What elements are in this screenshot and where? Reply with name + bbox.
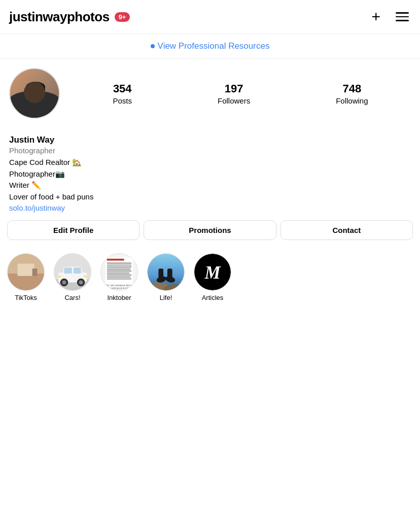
highlight-inktober[interactable]: So I am someone who is not exactly good … — [100, 253, 138, 301]
svg-rect-30 — [58, 276, 61, 278]
add-button[interactable]: + — [369, 7, 382, 26]
stats-row: 354 Posts 197 Followers 748 Following — [70, 82, 411, 105]
avatar-svg — [10, 69, 59, 118]
svg-rect-38 — [107, 270, 132, 272]
highlight-label-articles: Articles — [202, 294, 224, 301]
app-header: justinwayphotos 9+ + — [0, 0, 420, 34]
highlight-circle-cars — [54, 253, 91, 291]
svg-text:not exactly good at inking...: not exactly good at inking... — [106, 287, 133, 289]
svg-point-28 — [79, 281, 83, 285]
svg-rect-9 — [36, 94, 42, 98]
svg-text:M: M — [204, 263, 221, 283]
svg-rect-36 — [107, 266, 132, 267]
svg-point-26 — [62, 281, 66, 285]
menu-button[interactable] — [394, 10, 411, 23]
profile-top: 354 Posts 197 Followers 748 Following — [9, 68, 411, 119]
promo-banner: View Professional Resources — [0, 34, 420, 59]
highlight-label-inktober: Inktober — [108, 294, 131, 301]
hamburger-icon — [396, 12, 409, 21]
profile-section: 354 Posts 197 Followers 748 Following — [0, 59, 420, 135]
highlight-circle-life — [147, 253, 185, 291]
followers-count: 197 — [225, 82, 243, 95]
svg-rect-16 — [8, 274, 44, 290]
following-count: 748 — [342, 82, 361, 95]
life-thumbnail — [148, 253, 184, 291]
svg-rect-35 — [107, 264, 132, 265]
svg-point-11 — [20, 103, 27, 115]
inktober-thumbnail: So I am someone who is not exactly good … — [101, 253, 137, 291]
notification-badge[interactable]: 9+ — [115, 12, 130, 22]
svg-rect-33 — [107, 259, 124, 261]
stat-followers[interactable]: 197 Followers — [218, 82, 250, 105]
svg-point-14 — [38, 111, 45, 116]
following-label: Following — [336, 96, 368, 105]
svg-rect-32 — [105, 257, 133, 287]
svg-point-3 — [26, 85, 45, 106]
header-icons: + — [369, 7, 411, 26]
highlights-section: TikToks — [0, 249, 420, 310]
highlight-articles[interactable]: M Articles — [194, 253, 231, 301]
contact-button[interactable]: Contact — [281, 220, 413, 240]
svg-rect-42 — [107, 279, 132, 280]
highlight-tiktoks[interactable]: TikToks — [7, 253, 45, 301]
stat-posts[interactable]: 354 Posts — [113, 82, 132, 105]
svg-rect-8 — [30, 94, 36, 98]
bio-line-1: Cape Cod Realtor 🏡 — [9, 157, 411, 168]
svg-rect-18 — [32, 268, 38, 276]
highlight-circle-inktober: So I am someone who is not exactly good … — [100, 253, 138, 291]
posts-label: Posts — [113, 96, 132, 105]
promo-dot-icon — [151, 44, 155, 48]
bio-line-4: Lover of food + bad puns — [9, 191, 411, 203]
edit-profile-button[interactable]: Edit Profile — [7, 220, 139, 240]
bio-category: Photographer — [9, 146, 411, 155]
bio-line-2: Photographer📷 — [9, 168, 411, 180]
svg-rect-1 — [10, 69, 59, 118]
svg-rect-39 — [107, 273, 130, 274]
view-professional-resources-link[interactable]: View Professional Resources — [158, 41, 270, 51]
svg-rect-40 — [107, 275, 132, 276]
svg-point-7 — [38, 95, 41, 97]
header-left: justinwayphotos 9+ — [9, 9, 130, 25]
articles-thumbnail: M — [194, 253, 231, 291]
svg-rect-34 — [107, 263, 132, 264]
svg-rect-5 — [26, 87, 45, 91]
highlight-life[interactable]: Life! — [147, 253, 185, 301]
bio-link[interactable]: solo.to/justinway — [9, 204, 411, 212]
username: justinwayphotos — [9, 9, 110, 25]
action-buttons: Edit Profile Promotions Contact — [0, 220, 420, 249]
highlight-label-life: Life! — [160, 294, 172, 301]
stat-following[interactable]: 748 Following — [336, 82, 368, 105]
svg-point-12 — [44, 103, 51, 115]
svg-point-2 — [19, 101, 52, 118]
posts-count: 354 — [113, 82, 132, 95]
plus-icon: + — [371, 9, 380, 24]
promotions-button[interactable]: Promotions — [144, 220, 276, 240]
avatar[interactable] — [9, 68, 60, 119]
followers-label: Followers — [218, 96, 250, 105]
svg-rect-23 — [64, 267, 72, 274]
highlight-label-tiktoks: TikToks — [15, 294, 37, 301]
svg-rect-41 — [107, 277, 131, 278]
svg-point-4 — [26, 82, 45, 92]
svg-rect-50 — [158, 268, 163, 281]
svg-rect-37 — [107, 268, 131, 269]
svg-rect-51 — [167, 268, 172, 281]
tiktoks-thumbnail — [8, 253, 44, 291]
bio-line-3: Writer ✏️ — [9, 180, 411, 191]
cars-thumbnail — [54, 253, 91, 291]
svg-point-6 — [31, 95, 33, 97]
svg-point-13 — [26, 111, 33, 116]
highlight-circle-tiktoks — [7, 253, 45, 291]
highlight-label-cars: Cars! — [64, 294, 80, 301]
highlight-circle-articles: M — [194, 253, 231, 291]
svg-rect-24 — [74, 267, 81, 274]
avatar-image — [10, 69, 59, 118]
display-name: Justin Way — [9, 135, 411, 145]
bio-section: Justin Way Photographer Cape Cod Realtor… — [0, 135, 420, 220]
svg-rect-29 — [84, 276, 87, 278]
svg-rect-17 — [17, 263, 34, 276]
highlight-cars[interactable]: Cars! — [54, 253, 91, 301]
